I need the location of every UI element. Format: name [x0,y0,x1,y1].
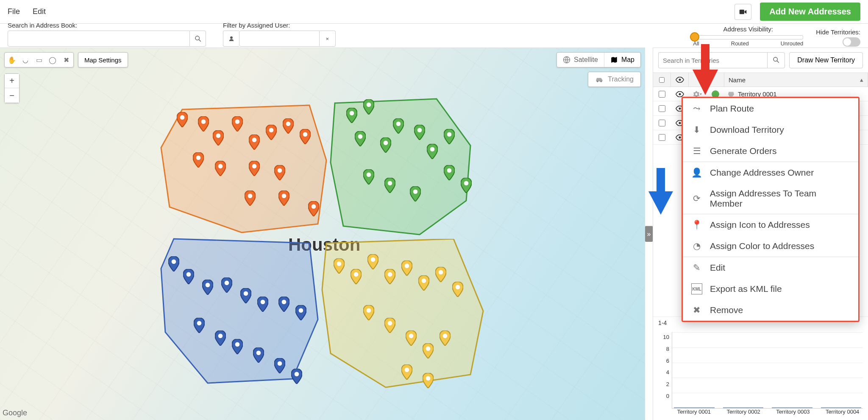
map-pin[interactable] [266,125,277,140]
map-pin[interactable] [401,260,412,276]
row-checkbox[interactable] [659,91,665,98]
map-pin[interactable] [240,288,251,303]
map-pin[interactable] [384,178,395,193]
map-pin[interactable] [215,161,226,176]
map-pin[interactable] [213,130,224,146]
map-pin[interactable] [414,125,425,140]
map-pin[interactable] [202,280,213,295]
map-pin[interactable] [221,277,232,293]
map-pin[interactable] [410,186,421,202]
map-pin[interactable] [401,364,412,380]
map-pin[interactable] [384,318,395,333]
draw-new-territory-button[interactable]: Draw New Territory [789,52,863,68]
rectangle-tool-icon[interactable]: ▭ [33,54,45,65]
map-pin[interactable] [363,169,374,185]
hide-territories-toggle[interactable] [843,37,860,47]
map-pin[interactable] [283,118,294,134]
map-pin[interactable] [444,165,455,180]
map[interactable]: Houston <svg viewBox="0 0 24 34"><path c… [0,48,645,420]
map-pin[interactable] [257,297,268,312]
map-pin[interactable] [367,254,378,269]
map-pin[interactable] [423,343,434,358]
map-pin[interactable] [295,305,306,320]
tracking-button[interactable]: Tracking [588,72,641,87]
map-pin[interactable] [193,152,204,168]
visibility-slider[interactable] [693,35,803,39]
row-checkbox[interactable] [659,134,665,141]
menu-file[interactable]: File [8,7,20,16]
ctx-download-territory[interactable]: ⬇Download Territory [683,119,858,140]
search-button[interactable] [190,31,206,47]
map-pin[interactable] [274,165,285,180]
map-pin[interactable] [363,99,374,115]
map-pin[interactable] [308,201,319,216]
map-pin[interactable] [435,267,446,282]
pan-tool-icon[interactable]: ✋ [6,54,17,65]
map-pin[interactable] [461,178,472,193]
add-new-addresses-button[interactable]: Add New Addresses [760,3,860,21]
map-pin[interactable] [406,330,417,346]
map-pin[interactable] [355,131,366,146]
map-pin[interactable] [249,134,260,150]
map-pin[interactable] [274,358,285,373]
panel-collapse-handle[interactable]: » [645,226,653,242]
map-pin[interactable] [194,318,205,333]
map-pin[interactable] [363,305,374,320]
map-settings-button[interactable]: Map Settings [78,52,128,67]
row-checkbox[interactable] [659,120,665,126]
user-filter-clear[interactable]: × [320,31,336,47]
ctx-assign-team[interactable]: ⟳Assign Addresses To Team Member [683,183,858,214]
map-pin[interactable] [380,137,391,153]
map-pin[interactable] [452,282,463,297]
ctx-edit[interactable]: ✎Edit [683,257,858,278]
search-icon [773,56,779,63]
clear-tool-icon[interactable]: ✖ [61,54,72,65]
map-type-map[interactable]: Map [604,53,640,67]
map-pin[interactable] [245,190,256,206]
map-pin[interactable] [300,129,311,144]
map-pin[interactable] [198,116,209,132]
map-pin[interactable] [351,269,362,284]
map-pin[interactable] [249,161,260,176]
map-pin[interactable] [423,373,434,388]
map-pin[interactable] [418,275,429,291]
map-pin[interactable] [168,256,179,272]
map-pin[interactable] [278,190,289,206]
menu-edit[interactable]: Edit [33,7,46,16]
ctx-remove[interactable]: ✖Remove [683,300,858,321]
map-pin[interactable] [183,269,194,284]
search-input[interactable] [8,31,190,47]
lasso-tool-icon[interactable]: ◡ [20,54,31,65]
ctx-export-kml[interactable]: KMLExport as KML file [683,278,858,300]
ctx-plan-route[interactable]: ⤳Plan Route [683,98,858,119]
ctx-change-owner[interactable]: 👤Change Addresses Owner [683,162,858,183]
select-all-checkbox[interactable] [659,77,665,83]
map-pin[interactable] [440,330,451,346]
ctx-assign-icon[interactable]: 📍Assign Icon to Addresses [683,214,858,235]
col-name-header[interactable]: Name▴ [724,73,868,87]
zoom-in-button[interactable]: + [5,74,19,88]
map-pin[interactable] [427,144,438,159]
map-type-satellite[interactable]: Satellite [557,53,604,67]
ctx-assign-color[interactable]: ◔Assign Color to Addresses [683,235,858,257]
map-pin[interactable] [384,269,395,284]
zoom-out-button[interactable]: − [5,88,19,103]
circle-tool-icon[interactable]: ◯ [47,54,58,65]
map-pin[interactable] [232,116,243,132]
map-pin[interactable] [334,258,345,274]
map-pin[interactable] [346,108,357,123]
territory-search-button[interactable] [767,52,785,68]
map-pin[interactable] [444,129,455,144]
user-picker-button[interactable] [223,31,239,47]
user-filter-input[interactable] [239,31,320,47]
map-pin[interactable] [393,118,404,134]
row-checkbox[interactable] [659,105,665,112]
map-pin[interactable] [215,330,226,346]
map-pin[interactable] [232,339,243,354]
map-pin[interactable] [253,347,264,363]
map-pin[interactable] [177,112,188,127]
camera-button[interactable] [734,4,751,20]
map-pin[interactable] [291,369,302,384]
ctx-generate-orders[interactable]: ☰Generate Orders [683,140,858,162]
map-pin[interactable] [278,297,289,312]
